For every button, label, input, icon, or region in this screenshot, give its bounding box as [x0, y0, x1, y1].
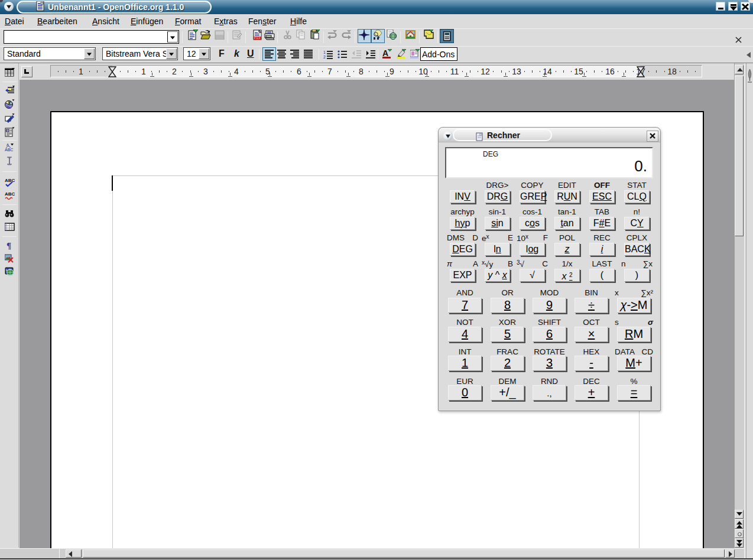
svg-text:ABC: ABC	[5, 191, 15, 197]
svg-text:D: D	[257, 37, 258, 40]
svg-text:ABC: ABC	[5, 148, 13, 152]
svg-text:A: A	[382, 49, 388, 58]
svg-text:1: 1	[323, 50, 326, 54]
svg-text:P: P	[254, 37, 256, 40]
svg-text:2: 2	[323, 55, 326, 59]
svg-text:¶: ¶	[7, 241, 11, 250]
svg-text:ABC: ABC	[5, 178, 15, 183]
